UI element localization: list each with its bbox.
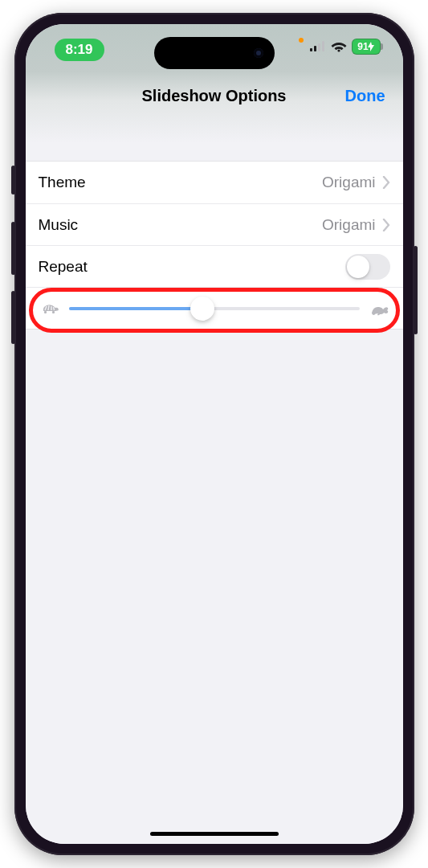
power-button bbox=[414, 246, 418, 334]
battery-level: 91 bbox=[357, 41, 368, 52]
page-title: Slideshow Options bbox=[141, 87, 286, 105]
svg-rect-5 bbox=[44, 311, 47, 313]
volume-up-button bbox=[11, 222, 15, 275]
svg-rect-3 bbox=[322, 41, 324, 51]
repeat-toggle[interactable] bbox=[345, 254, 390, 280]
speed-slider-row bbox=[26, 287, 403, 329]
status-icons: 91 bbox=[299, 39, 381, 55]
svg-rect-1 bbox=[314, 46, 316, 51]
theme-label: Theme bbox=[39, 174, 86, 191]
rabbit-icon bbox=[369, 301, 389, 316]
status-time[interactable]: 8:19 bbox=[55, 39, 104, 61]
theme-value: Origami bbox=[322, 174, 376, 191]
content: Theme Origami Music Origami Re bbox=[26, 143, 403, 844]
done-button[interactable]: Done bbox=[345, 87, 385, 105]
repeat-label: Repeat bbox=[39, 258, 88, 276]
turtle-icon bbox=[40, 301, 59, 316]
svg-rect-0 bbox=[310, 48, 312, 51]
theme-row[interactable]: Theme Origami bbox=[26, 162, 403, 203]
wifi-icon bbox=[331, 41, 347, 52]
repeat-row: Repeat bbox=[26, 245, 403, 287]
phone-frame: 8:19 91 bbox=[14, 13, 414, 855]
svg-point-4 bbox=[337, 49, 340, 51]
volume-down-button bbox=[11, 291, 15, 344]
chevron-right-icon bbox=[382, 176, 390, 189]
music-label: Music bbox=[39, 216, 79, 234]
chevron-right-icon bbox=[382, 219, 390, 231]
music-row[interactable]: Music Origami bbox=[26, 203, 403, 245]
home-indicator[interactable] bbox=[150, 832, 279, 836]
nav-bar: Slideshow Options Done bbox=[26, 72, 403, 143]
dynamic-island bbox=[154, 37, 275, 69]
screen: 8:19 91 bbox=[26, 24, 403, 844]
silent-switch bbox=[11, 166, 15, 194]
svg-rect-2 bbox=[318, 43, 320, 51]
music-value: Origami bbox=[322, 216, 376, 234]
battery-indicator: 91 bbox=[352, 39, 381, 55]
toggle-knob bbox=[347, 256, 369, 278]
settings-list: Theme Origami Music Origami Re bbox=[26, 161, 403, 330]
svg-rect-6 bbox=[52, 311, 55, 313]
speed-slider[interactable] bbox=[69, 307, 360, 310]
slider-thumb[interactable] bbox=[190, 297, 214, 321]
cellular-icon bbox=[310, 41, 326, 52]
mic-indicator-dot bbox=[299, 38, 304, 43]
slider-fill bbox=[69, 307, 203, 310]
